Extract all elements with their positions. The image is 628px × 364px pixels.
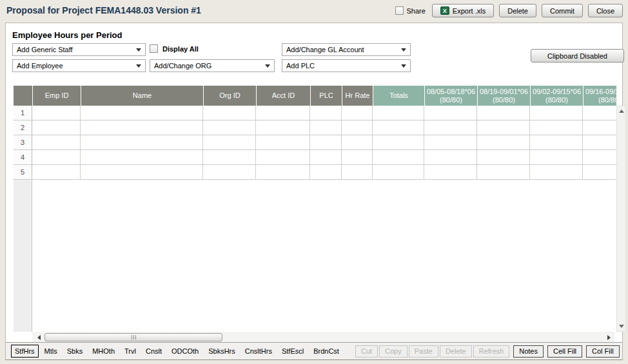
add-plc-dropdown[interactable]: Add PLC <box>282 59 411 72</box>
scrollbar-thumb[interactable] <box>44 333 222 341</box>
add-generic-staff-dropdown[interactable]: Add Generic Staff <box>12 43 146 56</box>
grid-cell[interactable] <box>256 150 310 165</box>
grid-cell[interactable] <box>81 106 203 120</box>
grid-cell[interactable] <box>530 135 583 150</box>
row-header[interactable]: 5 <box>14 165 32 180</box>
grid-cell[interactable] <box>530 106 583 120</box>
add-change-gl-dropdown[interactable]: Add/Change GL Account <box>282 43 411 56</box>
scroll-right-icon[interactable] <box>607 335 611 340</box>
grid-cell[interactable] <box>342 106 373 120</box>
grid-cell[interactable] <box>310 135 342 150</box>
col-fill-button[interactable]: Col Fill <box>586 345 620 358</box>
commit-button[interactable]: Commit <box>542 4 583 17</box>
col-header-period-2[interactable]: 08/19-09/01*06 (80/80) <box>477 86 530 106</box>
grid-cell[interactable] <box>530 120 583 135</box>
grid-cell[interactable] <box>203 165 256 180</box>
grid-cell[interactable] <box>424 106 477 120</box>
scroll-up-icon[interactable] <box>619 110 624 113</box>
share-control[interactable]: Share <box>395 6 425 15</box>
scroll-down-icon[interactable] <box>619 325 624 328</box>
horizontal-scrollbar[interactable] <box>32 332 614 343</box>
grid-cell[interactable] <box>342 135 373 150</box>
grid-cell[interactable] <box>310 106 342 120</box>
grid-cell[interactable] <box>477 120 530 135</box>
grid-cell[interactable] <box>373 135 424 150</box>
grid-cell[interactable] <box>32 106 81 120</box>
grid-cell[interactable] <box>342 150 373 165</box>
grid-cell[interactable] <box>81 135 203 150</box>
clipboard-disabled-button[interactable]: Clipboard Disabled <box>531 49 624 62</box>
grid-cell[interactable] <box>530 150 583 165</box>
grid-cell[interactable] <box>424 165 477 180</box>
export-xls-button[interactable]: X Export .xls <box>432 4 494 17</box>
grid-cell[interactable] <box>32 165 81 180</box>
grid-cell[interactable] <box>310 120 342 135</box>
tab-mtls[interactable]: Mtls <box>41 345 61 358</box>
cell-fill-button[interactable]: Cell Fill <box>547 345 582 358</box>
col-header-totals[interactable]: Totals <box>373 86 424 106</box>
delete-button[interactable]: Delete <box>499 4 536 17</box>
row-header[interactable]: 1 <box>14 106 32 120</box>
close-button[interactable]: Close <box>588 4 623 17</box>
tab-trvl[interactable]: Trvl <box>121 345 140 358</box>
grid-cell[interactable] <box>530 165 583 180</box>
tab-sbkshrs[interactable]: SbksHrs <box>204 345 239 358</box>
grid-cell[interactable] <box>203 106 256 120</box>
tab-cnslt[interactable]: Cnslt <box>142 345 166 358</box>
grid-cell[interactable] <box>424 150 477 165</box>
tab-cnslthrs[interactable]: CnsltHrs <box>241 345 276 358</box>
grid-cell[interactable] <box>583 135 616 150</box>
add-change-org-dropdown[interactable]: Add/Change ORG <box>150 59 275 72</box>
col-header-period-4[interactable]: 09/16-09/29*06 (80/80) <box>583 86 616 106</box>
tab-brdncst[interactable]: BrdnCst <box>309 345 343 358</box>
grid-cell[interactable] <box>424 120 477 135</box>
grid-cell[interactable] <box>583 106 616 120</box>
notes-button[interactable]: Notes <box>513 345 544 358</box>
col-header-org-id[interactable]: Org ID <box>203 86 256 106</box>
grid-cell[interactable] <box>342 120 373 135</box>
copy-button[interactable]: Copy <box>379 345 407 358</box>
grid-cell[interactable] <box>373 150 424 165</box>
row-header[interactable]: 2 <box>14 120 32 135</box>
col-header-name[interactable]: Name <box>81 86 203 106</box>
grid-cell[interactable] <box>477 106 530 120</box>
grid-cell[interactable] <box>583 165 616 180</box>
grid-cell[interactable] <box>256 135 310 150</box>
grid-cell[interactable] <box>477 135 530 150</box>
grid-cell[interactable] <box>583 120 616 135</box>
add-employee-dropdown[interactable]: Add Employee <box>12 59 146 72</box>
grid-cell[interactable] <box>477 150 530 165</box>
grid-cell[interactable] <box>256 165 310 180</box>
cut-button[interactable]: Cut <box>355 345 378 358</box>
tab-mhoth[interactable]: MHOth <box>88 345 119 358</box>
grid-cell[interactable] <box>373 165 424 180</box>
grid-cell[interactable] <box>32 135 81 150</box>
share-checkbox[interactable] <box>395 6 404 15</box>
grid-cell[interactable] <box>203 150 256 165</box>
grid-cell[interactable] <box>373 106 424 120</box>
grid-cell[interactable] <box>256 120 310 135</box>
refresh-button[interactable]: Refresh <box>473 345 510 358</box>
display-all-control[interactable]: Display All <box>150 44 199 53</box>
row-header[interactable]: 4 <box>14 150 32 165</box>
grid-cell[interactable] <box>310 165 342 180</box>
grid-cell[interactable] <box>256 106 310 120</box>
display-all-checkbox[interactable] <box>150 44 158 53</box>
grid-cell[interactable] <box>81 165 203 180</box>
tab-stfescl[interactable]: StfEscl <box>278 345 308 358</box>
grid-cell[interactable] <box>32 120 81 135</box>
grid-cell[interactable] <box>81 150 203 165</box>
col-header-plc[interactable]: PLC <box>310 86 342 106</box>
grid-cell[interactable] <box>203 120 256 135</box>
tab-stfhrs[interactable]: StfHrs <box>11 345 39 358</box>
col-header-period-3[interactable]: 09/02-09/15*06 (80/80) <box>530 86 583 106</box>
grid-cell[interactable] <box>310 150 342 165</box>
grid-cell[interactable] <box>477 165 530 180</box>
grid-cell[interactable] <box>583 150 616 165</box>
row-header[interactable]: 3 <box>14 135 32 150</box>
col-header-hr-rate[interactable]: Hr Rate <box>342 86 373 106</box>
col-header-period-1[interactable]: 08/05-08/18*06 (80/80) <box>424 86 477 106</box>
vertical-scrollbar[interactable] <box>616 106 626 332</box>
grid-cell[interactable] <box>81 120 203 135</box>
grid-cell[interactable] <box>424 135 477 150</box>
